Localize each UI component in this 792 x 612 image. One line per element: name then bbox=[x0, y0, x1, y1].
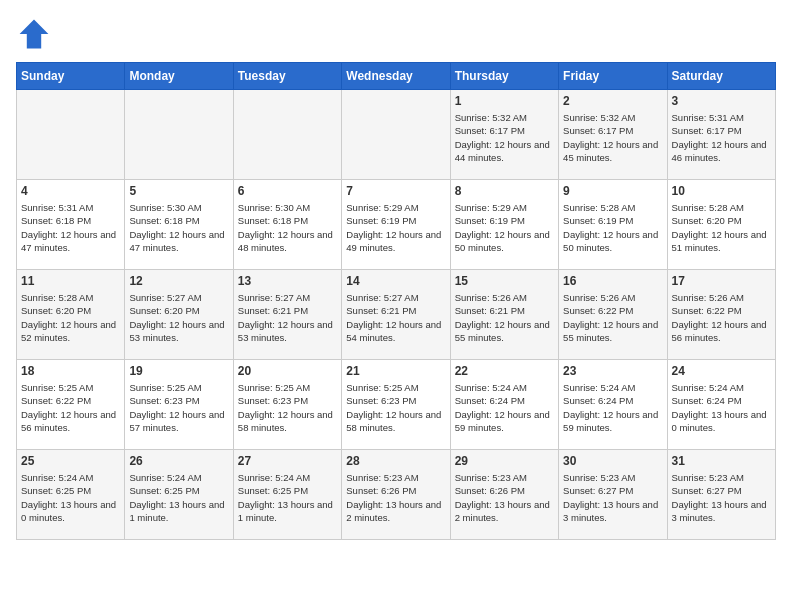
day-cell: 25Sunrise: 5:24 AM Sunset: 6:25 PM Dayli… bbox=[17, 450, 125, 540]
day-info: Sunrise: 5:25 AM Sunset: 6:22 PM Dayligh… bbox=[21, 381, 120, 434]
day-cell: 29Sunrise: 5:23 AM Sunset: 6:26 PM Dayli… bbox=[450, 450, 558, 540]
day-info: Sunrise: 5:24 AM Sunset: 6:25 PM Dayligh… bbox=[129, 471, 228, 524]
day-info: Sunrise: 5:32 AM Sunset: 6:17 PM Dayligh… bbox=[455, 111, 554, 164]
header-row: SundayMondayTuesdayWednesdayThursdayFrid… bbox=[17, 63, 776, 90]
week-row-5: 25Sunrise: 5:24 AM Sunset: 6:25 PM Dayli… bbox=[17, 450, 776, 540]
day-info: Sunrise: 5:23 AM Sunset: 6:27 PM Dayligh… bbox=[672, 471, 771, 524]
day-cell: 1Sunrise: 5:32 AM Sunset: 6:17 PM Daylig… bbox=[450, 90, 558, 180]
header-cell-wednesday: Wednesday bbox=[342, 63, 450, 90]
day-number: 21 bbox=[346, 364, 445, 378]
day-cell: 27Sunrise: 5:24 AM Sunset: 6:25 PM Dayli… bbox=[233, 450, 341, 540]
day-number: 12 bbox=[129, 274, 228, 288]
day-info: Sunrise: 5:27 AM Sunset: 6:21 PM Dayligh… bbox=[238, 291, 337, 344]
day-cell: 11Sunrise: 5:28 AM Sunset: 6:20 PM Dayli… bbox=[17, 270, 125, 360]
day-number: 3 bbox=[672, 94, 771, 108]
day-info: Sunrise: 5:26 AM Sunset: 6:21 PM Dayligh… bbox=[455, 291, 554, 344]
day-number: 27 bbox=[238, 454, 337, 468]
day-info: Sunrise: 5:23 AM Sunset: 6:26 PM Dayligh… bbox=[455, 471, 554, 524]
day-number: 15 bbox=[455, 274, 554, 288]
day-info: Sunrise: 5:24 AM Sunset: 6:25 PM Dayligh… bbox=[238, 471, 337, 524]
day-cell: 9Sunrise: 5:28 AM Sunset: 6:19 PM Daylig… bbox=[559, 180, 667, 270]
day-cell: 2Sunrise: 5:32 AM Sunset: 6:17 PM Daylig… bbox=[559, 90, 667, 180]
day-cell: 22Sunrise: 5:24 AM Sunset: 6:24 PM Dayli… bbox=[450, 360, 558, 450]
day-info: Sunrise: 5:24 AM Sunset: 6:24 PM Dayligh… bbox=[672, 381, 771, 434]
day-info: Sunrise: 5:30 AM Sunset: 6:18 PM Dayligh… bbox=[238, 201, 337, 254]
day-cell: 21Sunrise: 5:25 AM Sunset: 6:23 PM Dayli… bbox=[342, 360, 450, 450]
day-number: 18 bbox=[21, 364, 120, 378]
calendar-table: SundayMondayTuesdayWednesdayThursdayFrid… bbox=[16, 62, 776, 540]
day-info: Sunrise: 5:25 AM Sunset: 6:23 PM Dayligh… bbox=[129, 381, 228, 434]
day-info: Sunrise: 5:24 AM Sunset: 6:24 PM Dayligh… bbox=[563, 381, 662, 434]
day-cell: 20Sunrise: 5:25 AM Sunset: 6:23 PM Dayli… bbox=[233, 360, 341, 450]
day-number: 1 bbox=[455, 94, 554, 108]
day-info: Sunrise: 5:25 AM Sunset: 6:23 PM Dayligh… bbox=[238, 381, 337, 434]
day-number: 31 bbox=[672, 454, 771, 468]
day-cell: 10Sunrise: 5:28 AM Sunset: 6:20 PM Dayli… bbox=[667, 180, 775, 270]
day-info: Sunrise: 5:27 AM Sunset: 6:20 PM Dayligh… bbox=[129, 291, 228, 344]
week-row-2: 4Sunrise: 5:31 AM Sunset: 6:18 PM Daylig… bbox=[17, 180, 776, 270]
day-number: 19 bbox=[129, 364, 228, 378]
day-cell: 31Sunrise: 5:23 AM Sunset: 6:27 PM Dayli… bbox=[667, 450, 775, 540]
header-cell-tuesday: Tuesday bbox=[233, 63, 341, 90]
day-number: 24 bbox=[672, 364, 771, 378]
day-info: Sunrise: 5:26 AM Sunset: 6:22 PM Dayligh… bbox=[672, 291, 771, 344]
day-info: Sunrise: 5:31 AM Sunset: 6:18 PM Dayligh… bbox=[21, 201, 120, 254]
day-cell: 24Sunrise: 5:24 AM Sunset: 6:24 PM Dayli… bbox=[667, 360, 775, 450]
day-cell: 17Sunrise: 5:26 AM Sunset: 6:22 PM Dayli… bbox=[667, 270, 775, 360]
day-info: Sunrise: 5:24 AM Sunset: 6:24 PM Dayligh… bbox=[455, 381, 554, 434]
day-info: Sunrise: 5:29 AM Sunset: 6:19 PM Dayligh… bbox=[346, 201, 445, 254]
day-number: 11 bbox=[21, 274, 120, 288]
day-number: 9 bbox=[563, 184, 662, 198]
day-cell: 4Sunrise: 5:31 AM Sunset: 6:18 PM Daylig… bbox=[17, 180, 125, 270]
logo bbox=[16, 16, 56, 52]
day-cell: 23Sunrise: 5:24 AM Sunset: 6:24 PM Dayli… bbox=[559, 360, 667, 450]
calendar-header: SundayMondayTuesdayWednesdayThursdayFrid… bbox=[17, 63, 776, 90]
day-number: 5 bbox=[129, 184, 228, 198]
day-info: Sunrise: 5:32 AM Sunset: 6:17 PM Dayligh… bbox=[563, 111, 662, 164]
day-info: Sunrise: 5:31 AM Sunset: 6:17 PM Dayligh… bbox=[672, 111, 771, 164]
day-info: Sunrise: 5:26 AM Sunset: 6:22 PM Dayligh… bbox=[563, 291, 662, 344]
svg-marker-0 bbox=[20, 20, 49, 49]
page-header bbox=[16, 16, 776, 52]
day-number: 13 bbox=[238, 274, 337, 288]
day-number: 30 bbox=[563, 454, 662, 468]
header-cell-sunday: Sunday bbox=[17, 63, 125, 90]
day-cell bbox=[17, 90, 125, 180]
day-number: 23 bbox=[563, 364, 662, 378]
header-cell-friday: Friday bbox=[559, 63, 667, 90]
week-row-1: 1Sunrise: 5:32 AM Sunset: 6:17 PM Daylig… bbox=[17, 90, 776, 180]
day-info: Sunrise: 5:24 AM Sunset: 6:25 PM Dayligh… bbox=[21, 471, 120, 524]
day-cell: 5Sunrise: 5:30 AM Sunset: 6:18 PM Daylig… bbox=[125, 180, 233, 270]
day-number: 17 bbox=[672, 274, 771, 288]
header-cell-monday: Monday bbox=[125, 63, 233, 90]
day-cell: 18Sunrise: 5:25 AM Sunset: 6:22 PM Dayli… bbox=[17, 360, 125, 450]
day-number: 10 bbox=[672, 184, 771, 198]
day-cell: 8Sunrise: 5:29 AM Sunset: 6:19 PM Daylig… bbox=[450, 180, 558, 270]
day-cell: 30Sunrise: 5:23 AM Sunset: 6:27 PM Dayli… bbox=[559, 450, 667, 540]
day-number: 16 bbox=[563, 274, 662, 288]
day-info: Sunrise: 5:28 AM Sunset: 6:20 PM Dayligh… bbox=[672, 201, 771, 254]
day-number: 28 bbox=[346, 454, 445, 468]
day-number: 22 bbox=[455, 364, 554, 378]
day-number: 20 bbox=[238, 364, 337, 378]
day-cell: 15Sunrise: 5:26 AM Sunset: 6:21 PM Dayli… bbox=[450, 270, 558, 360]
day-number: 2 bbox=[563, 94, 662, 108]
day-info: Sunrise: 5:28 AM Sunset: 6:20 PM Dayligh… bbox=[21, 291, 120, 344]
logo-icon bbox=[16, 16, 52, 52]
day-cell: 6Sunrise: 5:30 AM Sunset: 6:18 PM Daylig… bbox=[233, 180, 341, 270]
week-row-3: 11Sunrise: 5:28 AM Sunset: 6:20 PM Dayli… bbox=[17, 270, 776, 360]
day-info: Sunrise: 5:25 AM Sunset: 6:23 PM Dayligh… bbox=[346, 381, 445, 434]
day-cell: 7Sunrise: 5:29 AM Sunset: 6:19 PM Daylig… bbox=[342, 180, 450, 270]
day-info: Sunrise: 5:27 AM Sunset: 6:21 PM Dayligh… bbox=[346, 291, 445, 344]
day-number: 29 bbox=[455, 454, 554, 468]
day-number: 8 bbox=[455, 184, 554, 198]
day-info: Sunrise: 5:30 AM Sunset: 6:18 PM Dayligh… bbox=[129, 201, 228, 254]
day-info: Sunrise: 5:28 AM Sunset: 6:19 PM Dayligh… bbox=[563, 201, 662, 254]
day-cell: 14Sunrise: 5:27 AM Sunset: 6:21 PM Dayli… bbox=[342, 270, 450, 360]
day-info: Sunrise: 5:23 AM Sunset: 6:27 PM Dayligh… bbox=[563, 471, 662, 524]
day-cell: 19Sunrise: 5:25 AM Sunset: 6:23 PM Dayli… bbox=[125, 360, 233, 450]
day-number: 7 bbox=[346, 184, 445, 198]
day-cell: 3Sunrise: 5:31 AM Sunset: 6:17 PM Daylig… bbox=[667, 90, 775, 180]
header-cell-saturday: Saturday bbox=[667, 63, 775, 90]
day-number: 14 bbox=[346, 274, 445, 288]
